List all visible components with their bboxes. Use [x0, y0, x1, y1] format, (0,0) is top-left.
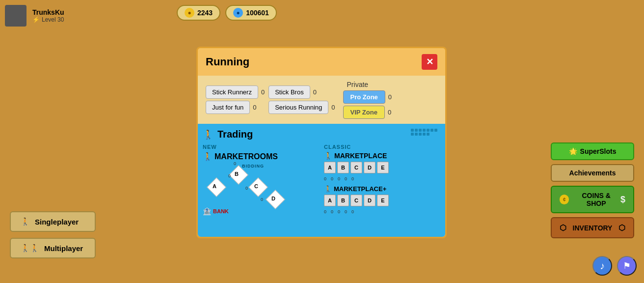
marketplace-plus-slots: A B C D E — [324, 195, 440, 206]
slot-counts: 00000 — [324, 176, 440, 181]
running-options: Stick Runnerz 0 Just for fun 0 Stick Bro… — [198, 76, 445, 124]
bottom-icons: ♪ ⚑ — [592, 256, 637, 276]
plus-slot-B[interactable]: B — [337, 195, 349, 206]
plus-slot-C[interactable]: C — [350, 195, 362, 206]
slot-A[interactable]: A — [324, 162, 336, 173]
gold-amount: 2243 — [197, 9, 213, 17]
serious-running-button[interactable]: Serious Running — [268, 101, 328, 114]
inventory-left-icon: ⬡ — [560, 223, 566, 232]
level-icon: ⚡ — [32, 16, 40, 23]
inventory-right-icon: ⬡ — [618, 223, 625, 232]
dollar-icon: $ — [620, 195, 625, 205]
trading-title: Trading — [217, 129, 253, 140]
username: TrunksKu — [32, 8, 64, 16]
slot-C[interactable]: C — [350, 162, 362, 173]
marketplace-plus-title: 🚶 MARKETPLACE+ — [324, 185, 440, 193]
stick-runnerz-button[interactable]: Stick Runnerz — [206, 85, 258, 99]
trading-section: 🚶 Trading NEW 🚶 MARKETROOMS — [198, 124, 445, 237]
modal-title: Running — [206, 56, 249, 68]
market-right: CLASSIC 🚶 MARKETPLACE A B C D E 0000 — [324, 144, 440, 218]
inventory-button[interactable]: ⬡ INVENTORY ⬡ — [551, 217, 634, 238]
achievements-button[interactable]: Achievements — [551, 164, 634, 182]
marketplace-icon: 🚶 — [324, 152, 332, 160]
left-panel: 🚶 Singleplayer 🚶🚶 Multiplayer — [10, 211, 96, 258]
diamond-B1[interactable]: B — [230, 166, 247, 184]
singleplayer-icon: 🚶 — [21, 217, 30, 226]
marketplace-slots: A B C D E — [324, 162, 440, 173]
plus-slot-counts: 00000 — [324, 209, 440, 214]
diamond-A1[interactable]: A — [208, 178, 225, 196]
blue-currency: ● 100601 — [225, 5, 277, 21]
bank-icon: 🏦 — [203, 207, 211, 215]
diamond-C1[interactable]: C — [249, 178, 267, 196]
marketplace-title: 🚶 MARKETPLACE — [324, 152, 440, 160]
blue-icon: ● — [233, 8, 243, 18]
currency-bar: ● 2243 ● 100601 — [177, 5, 277, 21]
coins-shop-button[interactable]: ¢ COINS & SHOP $ — [551, 186, 634, 213]
new-label: NEW — [203, 144, 319, 150]
vip-zone-button[interactable]: VIP Zone — [343, 106, 385, 119]
trading-header: 🚶 Trading — [203, 129, 440, 140]
stick-runnerz-count: 0 — [261, 88, 265, 96]
avatar — [5, 5, 27, 27]
market-left: NEW 🚶 MARKETROOMS A — [203, 144, 319, 218]
gold-icon: ● — [185, 8, 194, 18]
marketplace-plus-icon: 🚶 — [324, 185, 332, 193]
coin-icon: ¢ — [560, 195, 569, 204]
music-button[interactable]: ♪ — [592, 256, 612, 276]
trading-dots — [411, 129, 440, 136]
bidding-label: BIDDING — [242, 164, 264, 169]
stick-bros-button[interactable]: Stick Bros — [268, 85, 310, 99]
classic-label: CLASSIC — [324, 144, 440, 150]
user-info: TrunksKu ⚡ Level 30 — [32, 8, 64, 23]
multiplayer-icon: 🚶🚶 — [21, 244, 39, 253]
trading-icon: 🚶 — [203, 129, 214, 140]
singleplayer-button[interactable]: 🚶 Singleplayer — [10, 211, 96, 232]
running-modal: Running ✕ Stick Runnerz 0 Just for fun 0… — [196, 47, 447, 238]
private-label: Private — [347, 81, 369, 88]
multiplayer-button[interactable]: 🚶🚶 Multiplayer — [10, 238, 96, 258]
bank-label: BANK — [213, 208, 229, 214]
music-icon: ♪ — [600, 260, 605, 272]
superslots-icon: 🌟 — [569, 147, 577, 155]
pro-zone-button[interactable]: Pro Zone — [343, 90, 385, 104]
top-bar: TrunksKu ⚡ Level 30 — [5, 5, 64, 27]
plus-slot-D[interactable]: D — [364, 195, 376, 206]
blue-amount: 100601 — [246, 9, 269, 17]
right-panel: 🌟 SuperSlots Achievements ¢ COINS & SHOP… — [551, 142, 634, 238]
marketrooms-icon: 🚶 — [203, 152, 213, 161]
superslots-button[interactable]: 🌟 SuperSlots — [551, 142, 634, 160]
just-for-fun-count: 0 — [253, 104, 256, 111]
plus-slot-E[interactable]: E — [377, 195, 389, 206]
slot-B[interactable]: B — [337, 162, 349, 173]
slot-D[interactable]: D — [364, 162, 376, 173]
discord-icon: ⚑ — [623, 260, 631, 271]
marketrooms-grid: A 0 B — [203, 164, 319, 218]
marketrooms-title: 🚶 MARKETROOMS — [203, 152, 319, 161]
gold-currency: ● 2243 — [177, 5, 220, 21]
modal-header: Running ✕ — [198, 48, 445, 76]
plus-slot-A[interactable]: A — [324, 195, 336, 206]
bank-area: 🏦 BANK — [203, 207, 229, 215]
just-for-fun-button[interactable]: Just for fun — [206, 101, 250, 114]
diamond-D1[interactable]: D — [267, 191, 284, 208]
discord-button[interactable]: ⚑ — [617, 256, 637, 276]
user-level: ⚡ Level 30 — [32, 16, 64, 23]
close-button[interactable]: ✕ — [422, 54, 437, 70]
slot-E[interactable]: E — [377, 162, 389, 173]
